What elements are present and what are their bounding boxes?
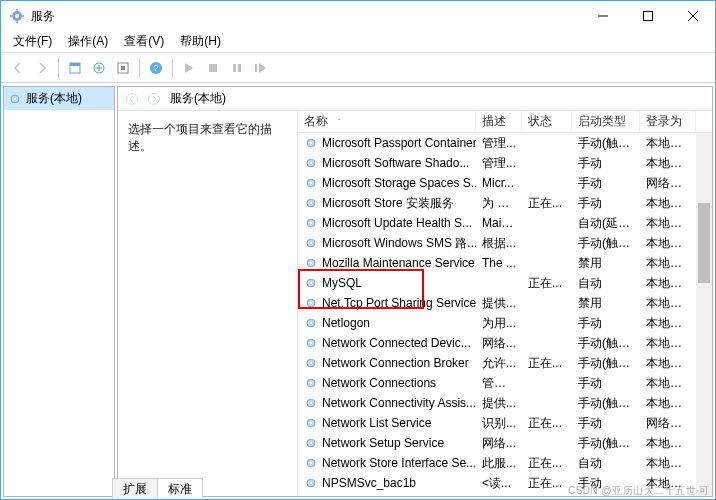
svg-point-1 xyxy=(15,14,19,18)
service-status: 正在... xyxy=(522,455,572,472)
pause-icon[interactable] xyxy=(226,57,248,79)
col-desc[interactable]: 描述 xyxy=(476,111,522,132)
tab-extended[interactable]: 扩展 xyxy=(112,478,158,498)
table-row[interactable]: Microsoft Update Health S...Main...自动(延迟… xyxy=(298,213,712,233)
svg-text:?: ? xyxy=(153,63,158,73)
table-row[interactable]: Microsoft Storage Spaces S...Micr...手动网络… xyxy=(298,173,712,193)
tree-pane[interactable]: 服务(本地) xyxy=(3,86,115,497)
service-startup: 自动 xyxy=(572,275,640,292)
table-row[interactable]: Network Setup Service网络...手动(触发...本地系统 xyxy=(298,433,712,453)
table-row[interactable]: Microsoft Software Shado...管理...手动本地系统 xyxy=(298,153,712,173)
properties-icon[interactable] xyxy=(64,57,86,79)
service-name: MySQL xyxy=(322,276,362,290)
export-icon[interactable] xyxy=(88,57,110,79)
titlebar[interactable]: 服务 xyxy=(1,1,715,31)
nav-back-icon[interactable] xyxy=(124,91,140,107)
tree-node-services-local[interactable]: 服务(本地) xyxy=(4,87,114,110)
service-name: Microsoft Passport Container xyxy=(322,136,476,150)
gear-icon xyxy=(304,136,318,150)
table-row[interactable]: Network Connectivity Assis...提供...手动(触发.… xyxy=(298,393,712,413)
gear-icon xyxy=(304,156,318,170)
window-title: 服务 xyxy=(31,8,580,25)
table-row[interactable]: Network Connected Devic...网络...手动(触发...本… xyxy=(298,333,712,353)
svg-rect-11 xyxy=(233,64,236,72)
svg-point-17 xyxy=(149,93,160,104)
service-desc: 管理... xyxy=(476,155,522,172)
table-row[interactable]: Microsoft Passport Container管理...手动(触发..… xyxy=(298,133,712,153)
menu-view[interactable]: 查看(V) xyxy=(116,31,172,52)
gear-icon xyxy=(304,176,318,190)
service-desc: 管理"... xyxy=(476,375,522,392)
svg-rect-10 xyxy=(209,64,217,72)
menubar: 文件(F) 操作(A) 查看(V) 帮助(H) xyxy=(1,31,715,53)
service-desc: 根据... xyxy=(476,235,522,252)
service-status: 正在... xyxy=(522,275,572,292)
nav-fwd-icon[interactable] xyxy=(146,91,162,107)
svg-point-43 xyxy=(310,382,313,385)
service-startup: 自动(延迟... xyxy=(572,215,640,232)
svg-point-49 xyxy=(310,442,313,445)
table-row[interactable]: Network Store Interface Se...此服...正在...自… xyxy=(298,453,712,473)
table-row[interactable]: MySQL正在...自动本地系统 xyxy=(298,273,712,293)
svg-point-33 xyxy=(310,282,313,285)
menu-file[interactable]: 文件(F) xyxy=(5,31,60,52)
service-logon: 本地系统 xyxy=(640,195,696,212)
service-logon: 本地系统 xyxy=(640,435,696,452)
svg-point-45 xyxy=(310,402,313,405)
minimize-button[interactable] xyxy=(580,1,625,31)
col-logon[interactable]: 登录为 xyxy=(640,111,696,132)
forward-button[interactable] xyxy=(31,57,53,79)
table-row[interactable]: Network Connections管理"...手动本地系统 xyxy=(298,373,712,393)
service-name: Network Setup Service xyxy=(322,436,444,450)
service-desc: 网络... xyxy=(476,435,522,452)
gear-icon xyxy=(304,456,318,470)
menu-help[interactable]: 帮助(H) xyxy=(172,31,229,52)
table-row[interactable]: Mozilla Maintenance ServiceThe ...禁用本地系统 xyxy=(298,253,712,273)
service-startup: 手动(触发... xyxy=(572,435,640,452)
services-list[interactable]: 名称ˆ 描述 状态 启动类型 登录为 Microsoft Passport Co… xyxy=(298,111,712,496)
start-icon[interactable] xyxy=(178,57,200,79)
table-row[interactable]: Microsoft Store 安装服务为 M...正在...手动本地系统 xyxy=(298,193,712,213)
toolbar: ? xyxy=(1,53,715,83)
col-status[interactable]: 状态 xyxy=(522,111,572,132)
service-logon: 本地系统 xyxy=(640,275,696,292)
table-row[interactable]: Net.Tcp Port Sharing Service提供...禁用本地服务 xyxy=(298,293,712,313)
stop-icon[interactable] xyxy=(202,57,224,79)
help-icon[interactable]: ? xyxy=(145,57,167,79)
svg-rect-7 xyxy=(121,66,125,70)
gear-icon xyxy=(304,276,318,290)
service-desc: Micr... xyxy=(476,176,522,190)
service-startup: 自动 xyxy=(572,455,640,472)
svg-point-23 xyxy=(310,182,313,185)
refresh-icon[interactable] xyxy=(112,57,134,79)
service-logon: 本地系统 xyxy=(640,375,696,392)
service-startup: 手动(触发... xyxy=(572,235,640,252)
service-desc: 管理... xyxy=(476,135,522,152)
table-row[interactable]: Netlogon为用...手动本地系统 xyxy=(298,313,712,333)
gear-icon xyxy=(304,376,318,390)
gear-icon xyxy=(304,356,318,370)
service-startup: 手动(触发... xyxy=(572,135,640,152)
service-name: Microsoft Software Shado... xyxy=(322,156,469,170)
svg-point-35 xyxy=(310,302,313,305)
scrollbar[interactable] xyxy=(696,133,712,496)
table-row[interactable]: Network Connection Broker允许...正在...手动(触发… xyxy=(298,353,712,373)
gear-icon xyxy=(304,236,318,250)
restart-icon[interactable] xyxy=(250,57,272,79)
service-status: 正在... xyxy=(522,355,572,372)
back-button[interactable] xyxy=(7,57,29,79)
service-startup: 手动 xyxy=(572,415,640,432)
tab-standard[interactable]: 标准 xyxy=(157,478,203,498)
menu-action[interactable]: 操作(A) xyxy=(60,31,116,52)
table-row[interactable]: Microsoft Windows SMS 路...根据...手动(触发...本… xyxy=(298,233,712,253)
service-name: Network List Service xyxy=(322,416,431,430)
table-row[interactable]: Network List Service识别...正在...手动网络服务 xyxy=(298,413,712,433)
column-headers[interactable]: 名称ˆ 描述 状态 启动类型 登录为 xyxy=(298,111,712,133)
close-button[interactable] xyxy=(670,1,715,31)
scrollbar-thumb[interactable] xyxy=(698,203,710,283)
maximize-button[interactable] xyxy=(625,1,670,31)
description-prompt: 选择一个项目来查看它的描述。 xyxy=(128,121,287,155)
service-logon: 本地系统 xyxy=(640,155,696,172)
services-app-icon xyxy=(9,8,25,24)
col-startup[interactable]: 启动类型 xyxy=(572,111,640,132)
